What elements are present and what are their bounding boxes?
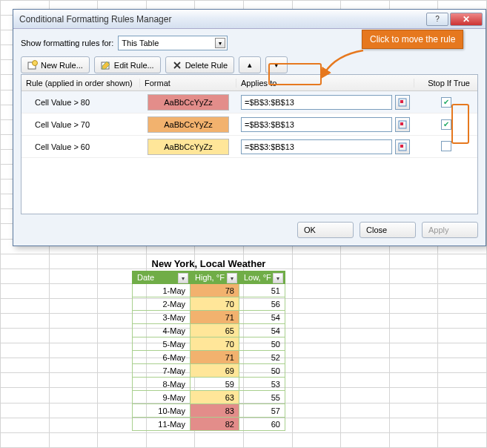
svg-rect-6 [400, 122, 403, 125]
applies-to-input[interactable]: =$B$3:$B$13 [241, 117, 392, 132]
cell-date[interactable]: 10-May [133, 404, 191, 418]
rule-row[interactable]: Cell Value > 60AaBbCcYyZz=$B$3:$B$13 [21, 136, 477, 158]
cell-high[interactable]: 63 [191, 391, 239, 404]
format-preview: AaBbCcYyZz [148, 94, 229, 111]
cell-low[interactable]: 52 [239, 351, 285, 364]
close-button[interactable]: ✕ [450, 13, 483, 26]
col-high[interactable]: High, °F▾ [191, 271, 239, 284]
cell-date[interactable]: 2-May [133, 297, 191, 311]
table-row[interactable]: 5-May7050 [133, 337, 285, 351]
cell-high[interactable]: 59 [191, 378, 239, 391]
delete-rule-label: Delete Rule [185, 61, 228, 70]
cell-date[interactable]: 1-May [133, 284, 191, 297]
cell-date[interactable]: 5-May [133, 337, 191, 351]
cell-high[interactable]: 71 [191, 311, 239, 324]
col-date[interactable]: Date▾ [133, 271, 191, 284]
table-row[interactable]: 11-May8260 [133, 418, 285, 431]
cell-date[interactable]: 4-May [133, 324, 191, 337]
table-row[interactable]: 7-May6950 [133, 364, 285, 378]
cell-date[interactable]: 8-May [133, 378, 191, 391]
cell-high[interactable]: 78 [191, 284, 239, 297]
new-rule-icon [27, 60, 38, 70]
cell-low[interactable]: 50 [239, 337, 285, 351]
ok-button[interactable]: OK [297, 222, 354, 238]
svg-rect-4 [400, 100, 403, 103]
rule-name: Cell Value > 80 [21, 98, 140, 107]
cell-high[interactable]: 70 [191, 337, 239, 351]
cell-date[interactable]: 3-May [133, 311, 191, 324]
dialog-titlebar[interactable]: Conditional Formatting Rules Manager ? ✕ [13, 10, 486, 29]
show-rules-label: Show formatting rules for: [21, 39, 113, 47]
show-rules-value: This Table [122, 39, 159, 47]
format-preview: AaBbCcYyZz [148, 116, 229, 133]
table-row[interactable]: 1-May7851 [133, 284, 285, 297]
table-row[interactable]: 4-May6554 [133, 324, 285, 337]
stop-if-true-checkbox[interactable] [441, 141, 451, 151]
cell-low[interactable]: 53 [239, 378, 285, 391]
cell-high[interactable]: 71 [191, 351, 239, 364]
header-stop: Stop If True [414, 79, 477, 88]
cell-high[interactable]: 82 [191, 418, 239, 431]
cell-low[interactable]: 50 [239, 364, 285, 378]
cell-date[interactable]: 9-May [133, 391, 191, 404]
rule-row[interactable]: Cell Value > 70AaBbCcYyZz=$B$3:$B$13 [21, 113, 477, 136]
cell-low[interactable]: 54 [239, 311, 285, 324]
rules-list: Rule (applied in order shown) Format App… [21, 74, 478, 214]
range-selector-button[interactable] [395, 117, 410, 132]
cell-date[interactable]: 7-May [133, 364, 191, 378]
table-title: New York, Local Weather [132, 258, 285, 269]
filter-dropdown-icon[interactable]: ▾ [178, 273, 188, 283]
table-row[interactable]: 6-May7152 [133, 351, 285, 364]
weather-table-region: New York, Local Weather Date▾ High, °F▾ … [132, 258, 285, 431]
table-row[interactable]: 8-May5953 [133, 378, 285, 391]
filter-dropdown-icon[interactable]: ▾ [227, 273, 237, 283]
new-rule-button[interactable]: New Rule... [21, 56, 90, 73]
delete-rule-button[interactable]: Delete Rule [165, 56, 234, 73]
close-dialog-button[interactable]: Close [360, 222, 416, 238]
edit-rule-icon [101, 60, 111, 70]
svg-point-1 [33, 60, 38, 65]
applies-to-input[interactable]: =$B$3:$B$13 [241, 95, 392, 110]
stop-if-true-checkbox[interactable] [441, 97, 451, 108]
table-row[interactable]: 9-May6355 [133, 391, 285, 404]
dialog-title: Conditional Formatting Rules Manager [19, 14, 426, 24]
cell-low[interactable]: 56 [239, 297, 285, 311]
cell-high[interactable]: 70 [191, 297, 239, 311]
rule-row[interactable]: Cell Value > 80AaBbCcYyZz=$B$3:$B$13 [21, 91, 477, 113]
header-rule: Rule (applied in order shown) [21, 79, 140, 88]
header-format: Format [140, 79, 236, 88]
delete-rule-icon [172, 60, 182, 70]
format-preview: AaBbCcYyZz [148, 139, 229, 155]
rule-name: Cell Value > 60 [21, 142, 140, 151]
show-rules-select[interactable]: This Table ▾ [118, 36, 228, 50]
table-row[interactable]: 10-May8357 [133, 404, 285, 418]
col-low[interactable]: Low, °F▾ [239, 271, 285, 284]
arrow-up-icon: ▴ [248, 60, 252, 70]
table-row[interactable]: 3-May7154 [133, 311, 285, 324]
svg-rect-8 [400, 145, 403, 148]
chevron-down-icon: ▾ [215, 38, 225, 48]
table-row[interactable]: 2-May7056 [133, 297, 285, 311]
apply-button[interactable]: Apply [422, 222, 478, 238]
cell-low[interactable]: 51 [239, 284, 285, 297]
edit-rule-button[interactable]: Edit Rule... [94, 56, 161, 73]
move-up-button[interactable]: ▴ [239, 56, 261, 73]
cell-high[interactable]: 65 [191, 324, 239, 337]
cell-high[interactable]: 69 [191, 364, 239, 378]
range-selector-button[interactable] [395, 139, 410, 154]
cell-low[interactable]: 60 [239, 418, 285, 431]
help-button[interactable]: ? [426, 13, 448, 26]
weather-table: Date▾ High, °F▾ Low, °F▾ 1-May78512-May7… [132, 271, 285, 431]
header-applies: Applies to [236, 79, 414, 88]
cell-low[interactable]: 57 [239, 404, 285, 418]
move-down-button[interactable]: ▾ [265, 56, 288, 73]
cell-high[interactable]: 83 [191, 404, 239, 418]
stop-if-true-checkbox[interactable] [441, 119, 451, 130]
filter-dropdown-icon[interactable]: ▾ [273, 273, 283, 283]
range-selector-button[interactable] [395, 95, 410, 110]
cell-low[interactable]: 55 [239, 391, 285, 404]
cell-low[interactable]: 54 [239, 324, 285, 337]
cell-date[interactable]: 11-May [133, 418, 191, 431]
applies-to-input[interactable]: =$B$3:$B$13 [241, 139, 392, 154]
cell-date[interactable]: 6-May [133, 351, 191, 364]
